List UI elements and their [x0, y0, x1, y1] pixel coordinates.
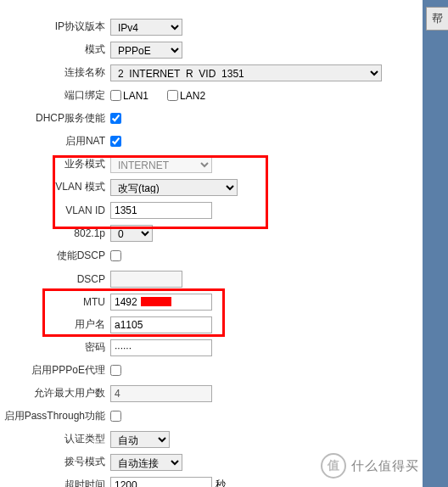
- select-conn-name[interactable]: 2_INTERNET_R_VID_1351: [110, 64, 382, 81]
- label-8021p: 802.1p: [0, 227, 110, 239]
- checkbox-nat-enable[interactable]: [110, 136, 121, 147]
- label-pppoe-proxy: 启用PPPoE代理: [0, 363, 110, 378]
- select-8021p[interactable]: 0: [110, 225, 153, 242]
- checkbox-pppoe-proxy[interactable]: [110, 365, 121, 376]
- label-username: 用户名: [0, 317, 110, 332]
- label-lan2: LAN2: [180, 90, 205, 102]
- right-sidebar: [423, 0, 448, 487]
- input-dscp: [110, 271, 182, 288]
- watermark-text: 什么值得买: [351, 458, 419, 474]
- label-conn-name: 连接名称: [0, 65, 110, 80]
- select-ip-version[interactable]: IPv4: [110, 19, 182, 36]
- label-vlan-mode: VLAN 模式: [0, 180, 110, 194]
- select-auth-type[interactable]: 自动: [110, 431, 170, 448]
- input-username[interactable]: [110, 316, 212, 333]
- checkbox-dhcp-enable[interactable]: [110, 113, 121, 124]
- watermark-icon: 值: [321, 453, 346, 479]
- label-max-users: 允许最大用户数: [0, 386, 110, 400]
- label-vlan-id: VLAN ID: [0, 204, 110, 216]
- label-dscp: DSCP: [0, 273, 110, 285]
- checkbox-lan2[interactable]: [167, 90, 178, 101]
- select-mode[interactable]: PPPoE: [110, 42, 182, 59]
- help-button[interactable]: 帮: [426, 7, 448, 31]
- select-vlan-mode[interactable]: 改写(tag): [110, 179, 238, 196]
- config-form: IP协议版本 IPv4 模式 PPPoE 连接名称 2_INTERNET_R_V…: [0, 15, 399, 487]
- label-password: 密码: [0, 340, 110, 355]
- input-vlan-id[interactable]: [110, 202, 212, 219]
- checkbox-passthrough[interactable]: [110, 411, 121, 422]
- label-lan1: LAN1: [123, 90, 148, 102]
- label-port-bind: 端口绑定: [0, 88, 110, 103]
- label-timeout: 超时时间: [0, 478, 110, 487]
- label-seconds: 秒: [216, 478, 226, 487]
- label-ip-version: IP协议版本: [0, 20, 110, 34]
- input-mtu[interactable]: [110, 294, 212, 311]
- label-mtu: MTU: [0, 296, 110, 308]
- input-timeout[interactable]: [110, 477, 212, 488]
- select-dial-mode[interactable]: 自动连接: [110, 454, 182, 471]
- input-max-users: [110, 385, 212, 402]
- label-dhcp-enable: DHCP服务使能: [0, 111, 110, 126]
- input-password[interactable]: [110, 339, 212, 356]
- checkbox-lan1[interactable]: [110, 90, 121, 101]
- label-dial-mode: 拨号模式: [0, 455, 110, 469]
- label-passthrough: 启用PassThrough功能: [0, 409, 110, 423]
- checkbox-dscp-enable[interactable]: [110, 250, 121, 261]
- label-mode: 模式: [0, 42, 110, 57]
- label-service-mode: 业务模式: [0, 157, 110, 171]
- select-service-mode: INTERNET: [110, 156, 212, 173]
- watermark: 值 什么值得买: [321, 453, 419, 479]
- label-auth-type: 认证类型: [0, 432, 110, 446]
- label-dscp-enable: 使能DSCP: [0, 249, 110, 263]
- label-nat-enable: 启用NAT: [0, 134, 110, 148]
